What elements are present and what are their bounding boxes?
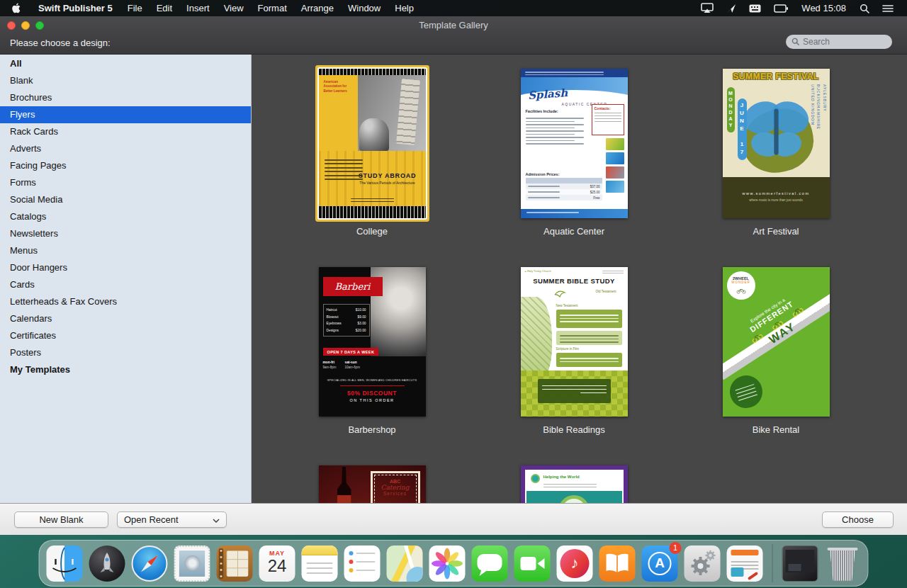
sidebar-item-catalogs[interactable]: Catalogs xyxy=(0,208,251,225)
dock-separator xyxy=(772,544,773,582)
new-blank-button[interactable]: New Blank xyxy=(14,511,108,528)
dock-safari-icon[interactable] xyxy=(132,545,168,582)
text-lines-placeholder xyxy=(526,115,584,147)
facilities-heading: Facilities Include: xyxy=(526,109,558,113)
decor-band xyxy=(526,491,622,503)
hours-columns: mon-fri9am-8pm sat-sun10am-6pm xyxy=(323,361,361,369)
sidebar-item-adverts[interactable]: Adverts xyxy=(0,140,251,157)
text-lines-placeholder xyxy=(543,482,597,490)
art-footer: www.summerfestival.com where music is mo… xyxy=(723,177,830,218)
dock-reminders-icon[interactable] xyxy=(344,545,381,582)
menu-help[interactable]: Help xyxy=(388,3,421,13)
menu-edit[interactable]: Edit xyxy=(150,3,179,13)
dock-maps-icon[interactable] xyxy=(387,545,423,582)
sidebar-item-flyers[interactable]: Flyers xyxy=(0,106,251,123)
sidebar-item-rack-cards[interactable]: Rack Cards xyxy=(0,123,251,140)
sidebar-item-menus[interactable]: Menus xyxy=(0,242,251,259)
dock-contacts-icon[interactable] xyxy=(217,545,253,582)
dock-finder-icon[interactable] xyxy=(47,545,83,582)
template-charity-partial[interactable]: Helping the World xyxy=(514,465,634,503)
sidebar-item-door-hangers[interactable]: Door Hangers xyxy=(0,259,251,276)
dock-photos-icon[interactable] xyxy=(429,545,466,582)
template-catering-partial[interactable]: ABC Catering Services xyxy=(312,465,432,503)
template-aquatic-center[interactable]: Splash AQUATIC CENTER Contacts: Faciliti… xyxy=(514,69,634,237)
prompt-label: Please choose a design: xyxy=(10,38,111,48)
template-art-festival[interactable]: SUMMER FESTIVAL MONDAY JUNE 17 AYLESBURY… xyxy=(716,69,836,237)
dock-trash-icon[interactable] xyxy=(825,545,861,582)
template-college[interactable]: American Association for Better Learners… xyxy=(312,69,432,237)
dock-swift-publisher-icon[interactable] xyxy=(727,545,763,582)
text-lines-placeholder xyxy=(556,353,622,367)
menu-arrange[interactable]: Arrange xyxy=(294,3,341,13)
choose-button[interactable]: Choose xyxy=(822,511,894,528)
decor-divider xyxy=(340,385,405,386)
menu-file[interactable]: File xyxy=(120,3,150,13)
footer-bar: New Blank Open Recent Choose xyxy=(0,503,907,535)
dock-facetime-icon[interactable] xyxy=(514,545,551,582)
dock-appstore-icon[interactable]: 1 xyxy=(642,545,678,582)
dock-minimized-window-icon[interactable] xyxy=(782,545,818,582)
art-url-text: www.summerfestival.com xyxy=(723,191,830,196)
sidebar-item-all[interactable]: All xyxy=(0,55,251,72)
window-title: Template Gallery xyxy=(0,20,907,30)
sidebar-item-my-templates[interactable]: My Templates xyxy=(0,361,251,378)
catering-line3-text: Services xyxy=(373,491,418,496)
battery-icon[interactable] xyxy=(767,0,794,16)
admission-heading: Admission Prices: xyxy=(526,172,560,176)
search-input[interactable] xyxy=(803,37,886,47)
dock-calendar-icon[interactable]: MAY 24 xyxy=(259,545,295,582)
menu-bar-status: Wed 15:08 xyxy=(694,0,907,16)
sidebar-item-facing-pages[interactable]: Facing Pages xyxy=(0,157,251,174)
sidebar-item-letterheads[interactable]: Letterheads & Fax Covers xyxy=(0,293,251,310)
church-name-text: Holy Trinity Church xyxy=(525,269,551,273)
menu-insert[interactable]: Insert xyxy=(179,3,217,13)
notification-center-icon[interactable] xyxy=(876,0,900,16)
sidebar-item-cards[interactable]: Cards xyxy=(0,276,251,293)
college-title-text: STUDY ABROAD xyxy=(352,172,423,179)
menu-window[interactable]: Window xyxy=(341,3,388,13)
price-list: Haircut$10.00 Blowout$9.00 Eyebrows$3.00… xyxy=(323,304,370,337)
dock-mail-icon[interactable] xyxy=(174,545,210,582)
text-lines-placeholder xyxy=(351,196,394,204)
template-bike-rental[interactable]: 2WHEEL WONDER Explore the city in a DIFF… xyxy=(716,267,836,435)
template-bible-readings[interactable]: Holy Trinity Church SUMMER BIBLE STUDY O… xyxy=(514,267,634,435)
airplay-icon[interactable] xyxy=(694,0,720,16)
sidebar-item-certificates[interactable]: Certificates xyxy=(0,327,251,344)
sidebar-item-brochures[interactable]: Brochures xyxy=(0,89,251,106)
sidebar-item-posters[interactable]: Posters xyxy=(0,344,251,361)
art-title-text: SUMMER FESTIVAL xyxy=(723,72,830,81)
dock-itunes-icon[interactable] xyxy=(557,545,593,582)
menu-view[interactable]: View xyxy=(217,3,251,13)
chevron-down-icon xyxy=(213,514,220,525)
sidebar-item-newsletters[interactable]: Newsletters xyxy=(0,225,251,242)
art-tagline-text: where music is more than just sounds xyxy=(723,198,830,202)
dock-messages-icon[interactable] xyxy=(472,545,508,582)
template-barbershop[interactable]: Barberi Haircut$10.00 Blowout$9.00 Eyebr… xyxy=(312,267,432,435)
menu-bar: Swift Publisher 5 File Edit Insert View … xyxy=(0,0,907,16)
template-label: Barbershop xyxy=(312,424,432,435)
sidebar-item-calendars[interactable]: Calendars xyxy=(0,310,251,327)
open-recent-dropdown[interactable]: Open Recent xyxy=(117,511,227,528)
ornate-frame: ABC Catering Services xyxy=(371,471,420,503)
bike-logo-badge: 2WHEEL WONDER xyxy=(727,271,755,300)
location-icon[interactable] xyxy=(720,0,743,16)
apple-menu-icon[interactable] xyxy=(0,0,30,16)
menu-format[interactable]: Format xyxy=(251,3,294,13)
search-field[interactable] xyxy=(786,35,892,49)
open-hours-banner: OPEN 7 DAYS A WEEK xyxy=(323,348,379,356)
section-new-testament: New Testament xyxy=(556,304,578,307)
dock-books-icon[interactable] xyxy=(599,545,636,582)
sidebar-item-social-media[interactable]: Social Media xyxy=(0,191,251,208)
menubar-clock[interactable]: Wed 15:08 xyxy=(794,3,853,13)
desktop-screen: Swift Publisher 5 File Edit Insert View … xyxy=(0,0,907,588)
sidebar-item-blank[interactable]: Blank xyxy=(0,72,251,89)
pisa-tower-photo xyxy=(358,75,426,151)
dock-notes-icon[interactable] xyxy=(302,545,338,582)
sidebar-item-forms[interactable]: Forms xyxy=(0,174,251,191)
dock-system-preferences-icon[interactable] xyxy=(685,545,721,582)
dove-icon xyxy=(553,288,566,298)
spotlight-icon[interactable] xyxy=(853,0,876,16)
app-menu[interactable]: Swift Publisher 5 xyxy=(30,3,120,13)
keyboard-input-icon[interactable] xyxy=(743,0,767,16)
dock-launchpad-icon[interactable] xyxy=(89,545,125,582)
